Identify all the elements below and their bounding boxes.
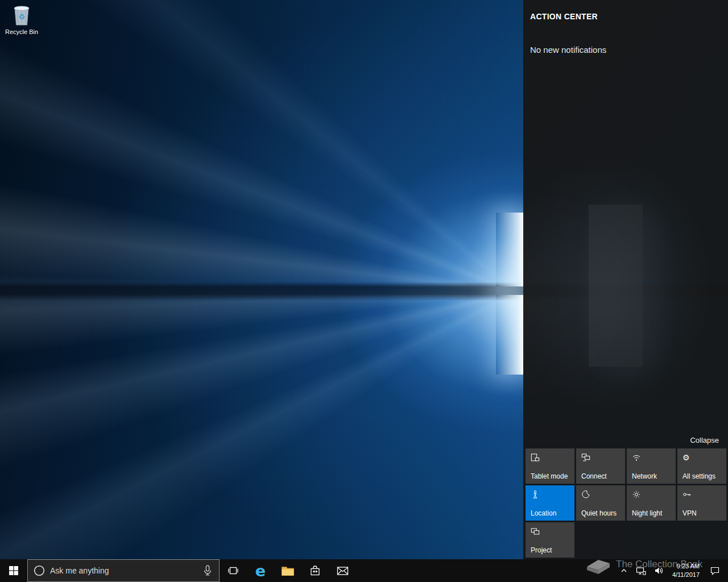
wallpaper-window-glow-upper [496,213,523,286]
tile-label: Project [531,546,552,554]
search-input[interactable] [50,566,197,575]
edge-icon: e [255,563,266,579]
show-hidden-icons-button[interactable] [616,559,632,582]
tile-label: Tablet mode [531,472,568,480]
cortana-circle-icon [33,564,46,577]
network-tray-icon [636,566,646,576]
recycle-bin-label: Recycle Bin [1,28,42,35]
all-settings-icon: ⚙ [682,453,692,462]
project-icon [531,527,540,536]
night-light-icon [632,490,641,499]
recycle-bin-glyph: ♻ [10,3,33,27]
volume-button[interactable] [650,559,668,582]
tile-label: Location [531,509,556,517]
network-tray-button[interactable] [632,559,650,582]
tile-label: Quiet hours [581,509,617,517]
system-tray: 9:23 AM 4/11/2017 [616,559,728,582]
action-center-wallpaper-bleed [589,205,643,367]
file-explorer-button[interactable] [274,559,301,582]
quick-action-project[interactable]: Project [526,522,574,558]
cortana-search-box[interactable] [27,559,220,582]
quick-action-location[interactable]: Location [526,485,574,521]
tile-label: VPN [682,509,697,517]
recycle-bin-icon[interactable]: ♻ Recycle Bin [1,3,42,35]
action-center-icon [710,566,720,576]
store-icon [309,564,321,577]
chevron-up-icon [620,567,628,575]
action-center-button[interactable] [704,559,726,582]
connect-icon [581,453,590,462]
start-button[interactable] [0,559,27,582]
tile-label: All settings [682,472,715,480]
task-view-button[interactable] [220,559,247,582]
windows-desktop-screen: ♻ Recycle Bin ACTION CENTER No new notif… [0,0,728,582]
clock[interactable]: 9:23 AM 4/11/2017 [668,562,704,580]
microphone-icon[interactable] [201,564,214,577]
action-center-panel: ACTION CENTER No new notifications Colla… [523,0,728,559]
action-center-title: ACTION CENTER [530,12,728,21]
collapse-link[interactable]: Collapse [523,436,728,448]
quick-action-grid: Tablet mode Connect Network ⚙ All [523,448,728,559]
location-icon [531,490,540,499]
edge-button[interactable]: e [247,559,274,582]
mail-icon [336,564,349,577]
task-view-icon [228,565,239,576]
clock-time: 9:23 AM [672,562,700,571]
tile-label: Network [632,472,657,480]
quick-action-all-settings[interactable]: ⚙ All settings [677,448,726,484]
taskbar: e [0,559,728,582]
no-notifications-message: No new notifications [530,45,728,55]
quick-action-quiet-hours[interactable]: Quiet hours [576,485,625,521]
quick-action-connect[interactable]: Connect [576,448,625,484]
vpn-icon [682,490,692,499]
quick-action-night-light[interactable]: Night light [627,485,676,521]
file-explorer-icon [281,564,295,577]
quick-action-vpn[interactable]: VPN [677,485,726,521]
network-icon [632,453,641,462]
quiet-hours-icon [581,490,590,499]
tile-label: Connect [581,472,607,480]
wallpaper-window-glow-lower [496,295,523,375]
windows-logo-icon [9,566,19,576]
volume-icon [654,566,664,575]
tile-label: Night light [632,509,662,517]
quick-actions-section: Collapse Tablet mode Connect [523,436,728,559]
store-button[interactable] [301,559,329,582]
quick-action-tablet-mode[interactable]: Tablet mode [526,448,574,484]
clock-date: 4/11/2017 [672,571,700,579]
quick-action-network[interactable]: Network [627,448,676,484]
tablet-mode-icon [531,453,540,462]
svg-text:♻: ♻ [18,13,25,21]
mail-button[interactable] [329,559,356,582]
